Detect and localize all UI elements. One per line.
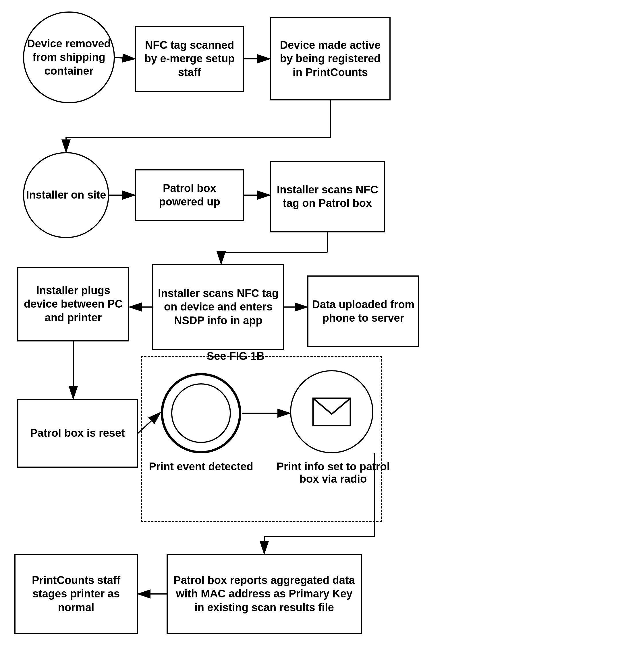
- svg-line-2: [115, 57, 134, 59]
- node-device-active: Device made active by being registered i…: [270, 17, 391, 100]
- node-installer-scans-device: Installer scans NFC tag on device and en…: [152, 264, 284, 350]
- see-fig-label: See FIG 1B: [207, 350, 264, 362]
- node-device-removed-label: Device removed from shipping container: [24, 37, 114, 78]
- print-info-label: Print info set to patrol box via radio: [276, 461, 391, 485]
- node-installer-scans-device-label: Installer scans NFC tag on device and en…: [156, 286, 280, 328]
- print-event-label: Print event detected: [147, 461, 256, 473]
- envelope-icon: [312, 397, 352, 427]
- node-patrol-reset-label: Patrol box is reset: [30, 426, 125, 440]
- node-data-uploaded-label: Data uploaded from phone to server: [311, 298, 415, 325]
- node-installer-plugs-label: Installer plugs device between PC and pr…: [21, 284, 125, 325]
- node-installer-scans-patrol-label: Installer scans NFC tag on Patrol box: [274, 183, 381, 210]
- node-patrol-powered: Patrol box powered up: [135, 169, 244, 221]
- node-installer-on-site-label: Installer on site: [26, 188, 106, 202]
- node-nfc-scanned-label: NFC tag scanned by e-merge setup staff: [139, 39, 240, 80]
- node-data-uploaded: Data uploaded from phone to server: [307, 276, 419, 347]
- node-installer-plugs: Installer plugs device between PC and pr…: [17, 267, 129, 341]
- node-patrol-reports-label: Patrol box reports aggregated data with …: [171, 574, 358, 615]
- node-patrol-reset: Patrol box is reset: [17, 399, 138, 468]
- node-patrol-powered-label: Patrol box powered up: [139, 182, 240, 209]
- node-nfc-scanned: NFC tag scanned by e-merge setup staff: [135, 26, 244, 92]
- node-print-info: [290, 370, 373, 453]
- node-print-event-inner: [171, 383, 231, 443]
- node-installer-scans-patrol: Installer scans NFC tag on Patrol box: [270, 161, 385, 233]
- node-installer-on-site: Installer on site: [23, 152, 109, 238]
- node-device-removed: Device removed from shipping container: [23, 12, 115, 103]
- diagram: Device removed from shipping container N…: [0, 0, 641, 672]
- node-printcounts-staff: PrintCounts staff stages printer as norm…: [14, 554, 138, 634]
- node-patrol-reports: Patrol box reports aggregated data with …: [166, 554, 362, 634]
- node-printcounts-staff-label: PrintCounts staff stages printer as norm…: [18, 574, 134, 615]
- node-device-active-label: Device made active by being registered i…: [274, 39, 386, 80]
